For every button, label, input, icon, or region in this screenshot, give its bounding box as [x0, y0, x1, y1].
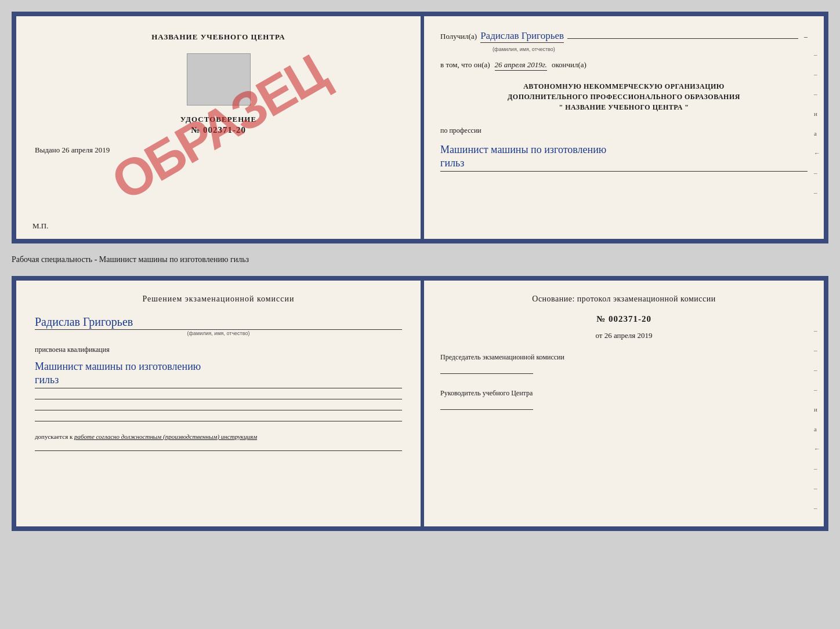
cert-number: № 002371-20 [180, 125, 256, 135]
допуск-italic: работе согласно должностным (производств… [74, 433, 257, 440]
fio-sublabel-top: (фамилия, имя, отчество) [493, 46, 808, 52]
protocol-number: № 002371-20 [440, 314, 808, 324]
bottom-document: Решением экзаменационной комиссии Радисл… [12, 276, 828, 531]
director-block: Руководитель учебного Центра [440, 388, 808, 410]
profession-value: Машинист машины по изготовлению гильз [440, 143, 808, 172]
chairman-title: Председатель экзаменационной комиссии [440, 352, 808, 363]
dash-after-name [567, 38, 798, 39]
fio-sublabel-bottom: (фамилия, имя, отчество) [35, 330, 402, 336]
completion-date: 26 апреля 2019г. [495, 60, 547, 71]
director-sig-line [440, 409, 533, 410]
top-document: НАЗВАНИЕ УЧЕБНОГО ЦЕНТРА УДОСТОВЕРЕНИЕ №… [12, 12, 828, 243]
blank-line-2 [35, 410, 402, 410]
protocol-date: от 26 апреля 2019 [440, 331, 808, 340]
recipient-name: Радислав Григорьев [480, 30, 564, 43]
osnov-header: Основание: протокол экзаменационной коми… [440, 294, 808, 304]
blank-line-1 [35, 399, 402, 399]
photo-placeholder [187, 53, 251, 106]
top-right-panel: Получил(а) Радислав Григорьев – (фамилия… [424, 16, 824, 239]
bottom-right-panel: Основание: протокол экзаменационной коми… [424, 281, 824, 526]
bottom-left-panel: Решением экзаменационной комиссии Радисл… [16, 281, 421, 526]
cert-title: УДОСТОВЕРЕНИЕ [180, 115, 256, 124]
specialty-subtitle: Рабочая специальность - Машинист машины … [12, 254, 828, 266]
chairman-block: Председатель экзаменационной комиссии [440, 352, 808, 374]
date-line: в том, что он(а) 26 апреля 2019г. окончи… [440, 60, 808, 71]
recipient-line: Получил(а) Радислав Григорьев – [440, 30, 808, 43]
top-left-panel: НАЗВАНИЕ УЧЕБНОГО ЦЕНТРА УДОСТОВЕРЕНИЕ №… [16, 16, 421, 239]
bottom-person-name: Радислав Григорьев [35, 315, 402, 330]
chairman-sig-line [440, 373, 533, 374]
side-marks-top: – – – и а ← – – [814, 51, 820, 196]
page-wrapper: НАЗВАНИЕ УЧЕБНОГО ЦЕНТРА УДОСТОВЕРЕНИЕ №… [12, 12, 828, 531]
qual-value: Машинист машины по изготовлению гильз [35, 360, 402, 388]
received-label: Получил(а) [440, 32, 477, 41]
profession-label: по профессии [440, 126, 808, 135]
top-school-name: НАЗВАНИЕ УЧЕБНОГО ЦЕНТРА [151, 32, 285, 42]
mp-label: М.П. [32, 221, 48, 231]
director-title: Руководитель учебного Центра [440, 388, 808, 399]
decision-header: Решением экзаменационной комиссии [35, 294, 402, 304]
side-marks-bottom: – – – – и а ← – – – [814, 327, 820, 511]
допуск-block: допускается к работе согласно должностны… [35, 433, 402, 440]
blank-line-4 [35, 450, 402, 451]
cert-block: УДОСТОВЕРЕНИЕ № 002371-20 [180, 115, 256, 135]
org-block: АВТОНОМНУЮ НЕКОММЕРЧЕСКУЮ ОРГАНИЗАЦИЮ ДО… [440, 81, 808, 112]
qual-label: присвоена квалификация [35, 346, 402, 354]
issued-date: Выдано 26 апреля 2019 [35, 146, 110, 155]
blank-line-3 [35, 421, 402, 421]
